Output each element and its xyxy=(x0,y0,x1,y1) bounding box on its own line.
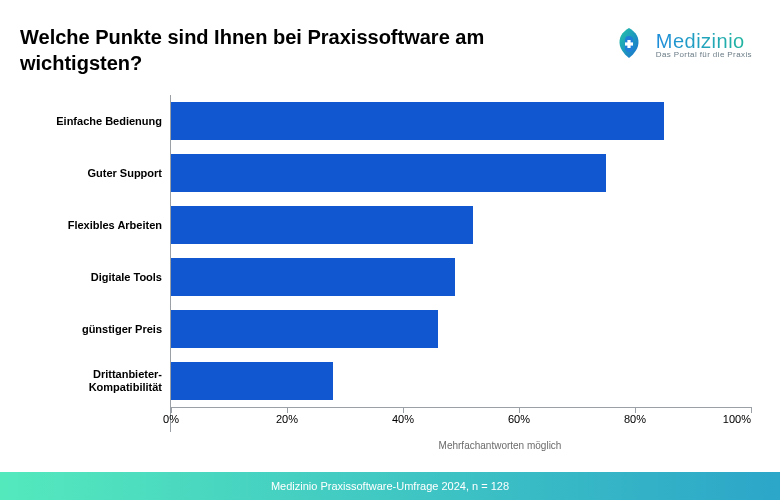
bar-label: Flexibles Arbeiten xyxy=(40,219,170,232)
brand-tagline: Das Portal für die Praxis xyxy=(656,51,752,59)
chart-source-footer: Medizinio Praxissoftware-Umfrage 2024, n… xyxy=(0,472,780,500)
x-tick-label: 60% xyxy=(508,413,530,425)
bar xyxy=(171,310,438,348)
bar-label: Digitale Tools xyxy=(40,271,170,284)
bar-label: Drittanbieter-Kompatibilität xyxy=(40,368,170,393)
x-tick-label: 100% xyxy=(723,413,751,425)
brand-block: Medizinio Das Portal für die Praxis xyxy=(612,26,752,64)
bar xyxy=(171,258,455,296)
x-tick-label: 20% xyxy=(276,413,298,425)
svg-rect-2 xyxy=(625,42,633,45)
brand-wordmark: Medizinio xyxy=(656,31,752,51)
x-tick-label: 40% xyxy=(392,413,414,425)
bar-chart: Einfache BedienungGuter SupportFlexibles… xyxy=(40,95,760,425)
page-title: Welche Punkte sind Ihnen bei Praxissoftw… xyxy=(20,24,500,76)
medizinio-logo-icon xyxy=(612,26,646,64)
x-axis-label: Mehrfachantworten möglich xyxy=(210,440,780,451)
bar-label: Guter Support xyxy=(40,167,170,180)
x-tick-label: 0% xyxy=(163,413,179,425)
bar xyxy=(171,362,333,400)
x-tick-label: 80% xyxy=(624,413,646,425)
bar xyxy=(171,102,664,140)
bar-label: günstiger Preis xyxy=(40,323,170,336)
bar xyxy=(171,154,606,192)
bar xyxy=(171,206,473,244)
bar-label: Einfache Bedienung xyxy=(40,115,170,128)
